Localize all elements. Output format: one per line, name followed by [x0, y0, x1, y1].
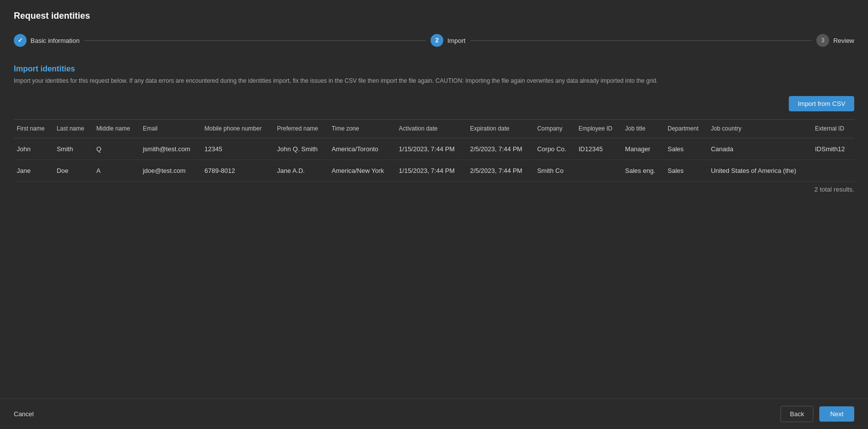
cell-first-name: John [14, 138, 54, 160]
cell-mobile-phone: 6789-8012 [202, 160, 275, 181]
step-line-2 [470, 40, 811, 41]
back-button[interactable]: Back [780, 406, 813, 422]
cell-company: Smith Co [534, 160, 576, 181]
cell-preferred-name: Jane A.D. [274, 160, 329, 181]
cell-activation-date: 1/15/2023, 7:44 PM [396, 160, 467, 181]
cell-expiration-date: 2/5/2023, 7:44 PM [467, 160, 534, 181]
col-email: Email [140, 120, 201, 138]
footer-right: Back Next [780, 406, 854, 422]
cell-time-zone: America/New York [329, 160, 396, 181]
cell-first-name: Jane [14, 160, 54, 181]
cell-email: jsmith@test.com [140, 138, 201, 160]
step-basic-information: ✓ Basic information [14, 34, 80, 47]
identities-table-wrapper: First name Last name Middle name Email M… [0, 119, 868, 182]
cancel-button[interactable]: Cancel [14, 410, 33, 418]
cell-time-zone: America/Toronto [329, 138, 396, 160]
col-department: Department [665, 120, 708, 138]
cell-company: Corpo Co. [534, 138, 576, 160]
cell-department: Sales [665, 160, 708, 181]
col-middle-name: Middle name [93, 120, 140, 138]
step-line-1 [85, 40, 426, 41]
total-results: 2 total results. [0, 182, 868, 197]
import-btn-row: Import from CSV [0, 92, 868, 119]
col-employee-id: Employee ID [576, 120, 622, 138]
step-1-label: Basic information [31, 37, 80, 44]
table-row: John Smith Q jsmith@test.com 12345 John … [14, 138, 854, 160]
step-import: 2 Import [431, 34, 465, 47]
cell-job-country: Canada [708, 138, 812, 160]
cell-employee-id [576, 160, 622, 181]
section-title: Import identities [0, 56, 868, 76]
col-job-title: Job title [622, 120, 664, 138]
col-time-zone: Time zone [329, 120, 396, 138]
cell-job-title: Manager [622, 138, 664, 160]
page-title: Request identities [0, 0, 868, 29]
cell-email: jdoe@test.com [140, 160, 201, 181]
step-3-label: Review [833, 37, 854, 44]
step-2-label: Import [447, 37, 465, 44]
stepper: ✓ Basic information 2 Import 3 Review [0, 29, 868, 56]
next-button[interactable]: Next [819, 406, 854, 422]
cell-middle-name: Q [93, 138, 140, 160]
footer: Cancel Back Next [0, 398, 868, 429]
cell-expiration-date: 2/5/2023, 7:44 PM [467, 138, 534, 160]
cell-job-title: Sales eng. [622, 160, 664, 181]
cell-middle-name: A [93, 160, 140, 181]
cell-mobile-phone: 12345 [202, 138, 275, 160]
col-expiration-date: Expiration date [467, 120, 534, 138]
cell-employee-id: ID12345 [576, 138, 622, 160]
cell-external-id: IDSmith12 [812, 138, 854, 160]
step-1-circle: ✓ [14, 34, 27, 47]
col-first-name: First name [14, 120, 54, 138]
cell-last-name: Doe [54, 160, 93, 181]
col-mobile-phone: Mobile phone number [202, 120, 275, 138]
section-description: Import your identities for this request … [0, 76, 689, 92]
step-review: 3 Review [816, 34, 854, 47]
table-row: Jane Doe A jdoe@test.com 6789-8012 Jane … [14, 160, 854, 181]
identities-table: First name Last name Middle name Email M… [14, 119, 854, 182]
col-company: Company [534, 120, 576, 138]
col-last-name: Last name [54, 120, 93, 138]
step-2-circle: 2 [431, 34, 443, 47]
cell-department: Sales [665, 138, 708, 160]
cell-activation-date: 1/15/2023, 7:44 PM [396, 138, 467, 160]
cell-preferred-name: John Q. Smith [274, 138, 329, 160]
cell-job-country: United States of America (the) [708, 160, 812, 181]
cell-last-name: Smith [54, 138, 93, 160]
col-preferred-name: Preferred name [274, 120, 329, 138]
col-activation-date: Activation date [396, 120, 467, 138]
col-external-id: External ID [812, 120, 854, 138]
cell-external-id [812, 160, 854, 181]
import-from-csv-button[interactable]: Import from CSV [789, 96, 854, 111]
step-3-circle: 3 [816, 34, 829, 47]
col-job-country: Job country [708, 120, 812, 138]
table-header-row: First name Last name Middle name Email M… [14, 120, 854, 138]
